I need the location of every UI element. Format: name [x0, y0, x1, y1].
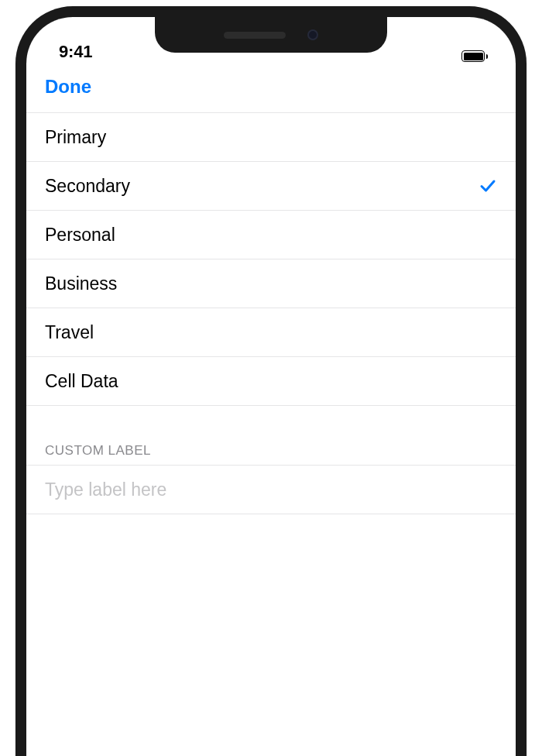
device-notch [155, 17, 387, 53]
phone-frame: 9:41 Done Primary Secondary [15, 6, 527, 756]
label-text: Travel [45, 322, 94, 343]
custom-label-input[interactable] [45, 479, 497, 500]
label-row-secondary[interactable]: Secondary [26, 162, 516, 211]
front-camera [307, 29, 318, 40]
label-text: Primary [45, 127, 106, 148]
status-icons [461, 50, 488, 62]
label-list: Primary Secondary Personal Business Trav… [26, 113, 516, 406]
custom-label-input-row[interactable] [26, 466, 516, 514]
label-row-personal[interactable]: Personal [26, 211, 516, 259]
label-text: Business [45, 273, 117, 294]
nav-bar: Done [26, 65, 516, 113]
label-text: Personal [45, 225, 115, 246]
custom-label-section-header: CUSTOM LABEL [26, 443, 516, 466]
label-row-travel[interactable]: Travel [26, 308, 516, 357]
speaker-grill [224, 32, 286, 39]
label-text: Secondary [45, 176, 130, 197]
section-gap [26, 406, 516, 443]
screen: 9:41 Done Primary Secondary [26, 17, 516, 756]
label-row-cell-data[interactable]: Cell Data [26, 357, 516, 406]
done-button[interactable]: Done [45, 76, 91, 98]
checkmark-icon [479, 177, 497, 195]
status-time: 9:41 [59, 42, 92, 62]
label-text: Cell Data [45, 371, 118, 392]
label-row-business[interactable]: Business [26, 259, 516, 308]
label-row-primary[interactable]: Primary [26, 113, 516, 162]
battery-icon [461, 50, 488, 62]
